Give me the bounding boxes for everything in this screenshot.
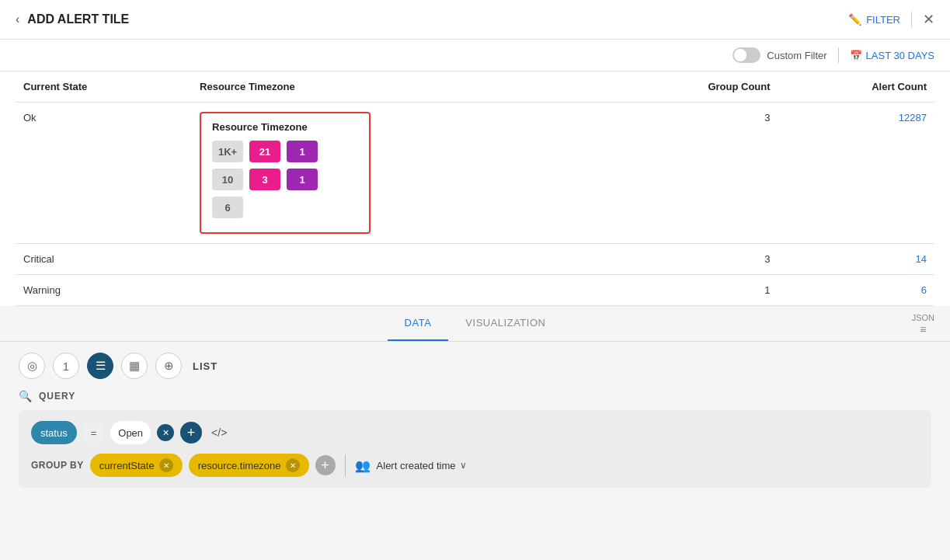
alert-time-button[interactable]: Alert created time ∨ bbox=[377, 460, 468, 471]
filter-button[interactable]: ✏️ FILTER bbox=[848, 13, 900, 26]
toolbar-divider bbox=[838, 47, 839, 63]
header-right: ✏️ FILTER ✕ bbox=[848, 11, 934, 28]
view-icons-row: ◎ 1 ☰ ▦ ⊕ LIST bbox=[0, 342, 950, 390]
col-header-alert-count: Alert Count bbox=[778, 71, 934, 103]
group-pill-state[interactable]: currentState ✕ bbox=[90, 454, 183, 477]
group-count-cell-warning: 1 bbox=[605, 275, 778, 306]
page-title: ADD ALERT TILE bbox=[27, 12, 129, 26]
tz-row-warning: 6 bbox=[212, 197, 358, 218]
bottom-section: DATA VISUALIZATION JSON ≡ ◎ 1 ☰ ▦ ⊕ bbox=[0, 306, 950, 560]
view-icon-bar-chart[interactable]: ▦ bbox=[121, 353, 148, 379]
code-view-button[interactable]: </> bbox=[208, 426, 230, 439]
back-button[interactable]: ‹ bbox=[16, 12, 19, 26]
json-lines-icon: ≡ bbox=[920, 322, 926, 335]
tz-cell-critical bbox=[192, 244, 605, 275]
filter-label: FILTER bbox=[866, 14, 900, 26]
table-row: Critical 3 14 bbox=[16, 244, 934, 275]
view-icon-list[interactable]: ☰ bbox=[87, 353, 113, 379]
number-icon: 1 bbox=[63, 360, 69, 373]
table-row: Ok Resource Timezone 1K+ 21 1 10 3 bbox=[16, 103, 934, 244]
query-label: 🔍 QUERY bbox=[19, 390, 931, 402]
tz-popup-title: Resource Timezone bbox=[212, 121, 358, 133]
toolbar: Custom Filter 📅 LAST 30 DAYS bbox=[0, 40, 950, 71]
remove-group-tz-button[interactable]: ✕ bbox=[286, 458, 300, 472]
tz-row-critical: 10 3 1 bbox=[212, 169, 358, 190]
chevron-down-icon: ∨ bbox=[460, 460, 467, 471]
json-button[interactable]: JSON ≡ bbox=[912, 312, 934, 335]
filter-icon: ✏️ bbox=[848, 13, 861, 26]
tz-cell-warning bbox=[192, 275, 605, 306]
group-pill-state-label: currentState bbox=[99, 460, 155, 471]
json-label: JSON bbox=[912, 312, 934, 322]
state-cell-critical: Critical bbox=[16, 244, 192, 275]
tab-data[interactable]: DATA bbox=[388, 306, 449, 341]
remove-filter-button[interactable]: ✕ bbox=[157, 424, 174, 441]
group-count-cell-ok: 3 bbox=[605, 103, 778, 244]
app-wrapper: ‹ ADD ALERT TILE ✏️ FILTER ✕ Custom Filt… bbox=[0, 0, 950, 560]
tz-badge-warn-0[interactable]: 6 bbox=[212, 197, 243, 218]
alert-count-link-critical[interactable]: 14 bbox=[916, 253, 927, 265]
tz-badge-ok-0[interactable]: 1K+ bbox=[212, 141, 243, 162]
tz-badge-crit-0[interactable]: 10 bbox=[212, 169, 243, 190]
tz-badge-ok-1[interactable]: 21 bbox=[249, 141, 280, 162]
col-header-state: Current State bbox=[16, 71, 192, 103]
custom-filter-label: Custom Filter bbox=[767, 50, 826, 61]
view-icon-number[interactable]: 1 bbox=[53, 353, 79, 379]
query-section: 🔍 QUERY status = Open ✕ + </> GROUP BY bbox=[0, 390, 950, 499]
calendar-icon: 📅 bbox=[850, 50, 862, 61]
query-pills-row: status = Open ✕ + </> bbox=[31, 421, 919, 444]
users-icon[interactable]: 👥 bbox=[355, 458, 371, 473]
state-cell: Ok bbox=[16, 103, 192, 244]
group-count-cell-critical: 3 bbox=[605, 244, 778, 275]
group-by-label: GROUP BY bbox=[31, 460, 84, 471]
data-table: Current State Resource Timezone Group Co… bbox=[16, 71, 934, 306]
group-by-row: GROUP BY currentState ✕ resource.timezon… bbox=[31, 454, 919, 477]
tz-row-ok: 1K+ 21 1 bbox=[212, 141, 358, 162]
status-pill[interactable]: status bbox=[31, 421, 77, 444]
date-range-label: LAST 30 DAYS bbox=[866, 50, 934, 61]
state-cell-warning: Warning bbox=[16, 275, 192, 306]
view-icon-globe[interactable]: ⊕ bbox=[155, 353, 182, 379]
col-header-tz: Resource Timezone bbox=[192, 71, 605, 103]
view-label: LIST bbox=[193, 360, 217, 372]
custom-filter-toggle: Custom Filter bbox=[733, 47, 826, 63]
alert-count-cell-ok[interactable]: 12287 bbox=[778, 103, 934, 244]
alert-count-link-ok[interactable]: 12287 bbox=[899, 112, 927, 123]
group-divider bbox=[345, 454, 346, 476]
view-icon-circle[interactable]: ◎ bbox=[19, 353, 45, 379]
group-pill-tz[interactable]: resource.timezone ✕ bbox=[189, 454, 309, 477]
add-group-button[interactable]: + bbox=[315, 455, 336, 475]
data-table-area: Current State Resource Timezone Group Co… bbox=[0, 71, 950, 306]
query-box: status = Open ✕ + </> GROUP BY currentSt… bbox=[19, 410, 931, 488]
tz-popup-cell: Resource Timezone 1K+ 21 1 10 3 1 bbox=[192, 103, 605, 244]
alert-count-cell-critical[interactable]: 14 bbox=[778, 244, 934, 275]
header-left: ‹ ADD ALERT TILE bbox=[16, 12, 129, 26]
tab-visualization[interactable]: VISUALIZATION bbox=[448, 306, 562, 341]
tabs-bar: DATA VISUALIZATION JSON ≡ bbox=[0, 306, 950, 342]
table-row: Warning 1 6 bbox=[16, 275, 934, 306]
custom-filter-switch[interactable] bbox=[733, 47, 760, 63]
group-pill-tz-label: resource.timezone bbox=[198, 460, 281, 471]
circle-icon: ◎ bbox=[27, 359, 37, 373]
alert-count-link-warning[interactable]: 6 bbox=[921, 284, 927, 296]
globe-icon: ⊕ bbox=[164, 359, 174, 373]
tz-popup: Resource Timezone 1K+ 21 1 10 3 1 bbox=[200, 112, 371, 234]
alert-time-label: Alert created time bbox=[377, 460, 456, 471]
date-range-button[interactable]: 📅 LAST 30 DAYS bbox=[850, 50, 934, 61]
tz-badge-crit-1[interactable]: 3 bbox=[249, 169, 280, 190]
open-pill[interactable]: Open bbox=[110, 421, 151, 444]
list-icon: ☰ bbox=[96, 359, 106, 373]
alert-count-cell-warning[interactable]: 6 bbox=[778, 275, 934, 306]
col-header-group-count: Group Count bbox=[605, 71, 778, 103]
add-filter-button[interactable]: + bbox=[180, 422, 202, 443]
equals-pill: = bbox=[83, 421, 105, 444]
close-button[interactable]: ✕ bbox=[923, 11, 934, 28]
tz-badge-crit-2[interactable]: 1 bbox=[287, 169, 318, 190]
header: ‹ ADD ALERT TILE ✏️ FILTER ✕ bbox=[0, 0, 950, 40]
tz-badge-ok-2[interactable]: 1 bbox=[287, 141, 318, 162]
header-divider bbox=[911, 12, 912, 27]
remove-group-state-button[interactable]: ✕ bbox=[159, 458, 173, 472]
query-search-icon: 🔍 bbox=[19, 390, 33, 402]
bar-chart-icon: ▦ bbox=[129, 359, 140, 373]
